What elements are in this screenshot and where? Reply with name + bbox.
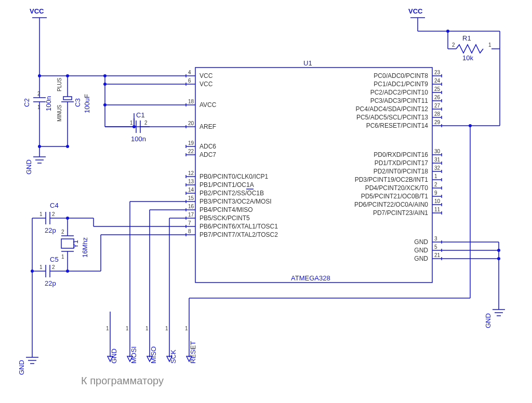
- svg-text:1: 1: [39, 211, 43, 217]
- svg-text:5: 5: [434, 244, 437, 250]
- svg-text:2: 2: [434, 182, 437, 187]
- svg-point-138: [103, 83, 107, 86]
- svg-text:PD5/PCINT21/OC0B/T1: PD5/PCINT21/OC0B/T1: [361, 193, 429, 200]
- svg-text:10: 10: [434, 198, 441, 204]
- svg-text:15: 15: [188, 195, 194, 201]
- svg-text:4: 4: [188, 70, 191, 75]
- capacitor-c3: PLUS MINUS C3 100uF: [57, 74, 91, 146]
- svg-text:29: 29: [434, 119, 441, 125]
- svg-text:17: 17: [188, 212, 194, 218]
- svg-point-245: [446, 30, 449, 33]
- svg-text:PB3/PCINT3/OC2A/MOSI: PB3/PCINT3/OC2A/MOSI: [200, 198, 272, 205]
- svg-text:PB4/PCINT4/MISO: PB4/PCINT4/MISO: [200, 206, 253, 213]
- svg-text:GND: GND: [414, 247, 428, 254]
- svg-text:1: 1: [185, 326, 188, 331]
- svg-text:11: 11: [434, 207, 441, 212]
- svg-rect-147: [63, 97, 72, 100]
- vcc-left: VCC: [30, 7, 47, 77]
- pins-right-group: 23PC0/ADC0/PCINT824PC1/ADC1/PCINT925PC2/…: [354, 70, 442, 262]
- svg-text:PC1/ADC1/PCINT9: PC1/ADC1/PCINT9: [374, 80, 428, 88]
- svg-text:2: 2: [61, 229, 64, 235]
- ref-c1: C1: [136, 111, 145, 119]
- svg-text:ADC6: ADC6: [200, 143, 216, 150]
- vcc-right-label: VCC: [408, 7, 423, 15]
- svg-text:PB2/PCINT2/SS/OC1B: PB2/PCINT2/SS/OC1B: [200, 190, 264, 197]
- svg-text:14: 14: [188, 187, 194, 193]
- svg-text:SCK: SCK: [169, 350, 177, 364]
- svg-text:PB5/SCK/PCINT5: PB5/SCK/PCINT5: [200, 214, 250, 222]
- svg-text:8: 8: [188, 229, 191, 234]
- svg-text:7: 7: [188, 220, 191, 226]
- svg-text:30: 30: [434, 149, 441, 154]
- ref-c4: C4: [50, 202, 59, 209]
- svg-point-156: [38, 145, 41, 148]
- svg-text:32: 32: [434, 165, 441, 171]
- svg-text:PC6/RESET/PCINT14: PC6/RESET/PCINT14: [366, 122, 429, 129]
- svg-text:6: 6: [188, 78, 191, 84]
- ref-r1: R1: [462, 34, 471, 42]
- gnd-right-label: GND: [484, 313, 492, 328]
- gnd-xtal: GND: [18, 357, 38, 375]
- svg-text:1: 1: [61, 254, 64, 260]
- svg-text:2: 2: [37, 91, 41, 97]
- svg-text:GND: GND: [414, 238, 428, 246]
- gnd-power-caps: GND: [25, 146, 46, 174]
- c3-minus: MINUS: [57, 104, 62, 122]
- svg-text:AVCC: AVCC: [200, 101, 217, 109]
- ref-u1: U1: [303, 59, 312, 67]
- crystal-network: 1 2 C4 22p 1 2 C5 22p 2 1 Y1 16Mhz: [31, 202, 186, 357]
- svg-text:9: 9: [434, 190, 437, 196]
- svg-text:PC4/ADC4/SDA/PCINT12: PC4/ADC4/SDA/PCINT12: [356, 105, 429, 113]
- programmer-header: 1GND1MOSI1MISO1SCK1RESET: [106, 326, 197, 364]
- ref-c5v: 22p: [45, 279, 56, 287]
- svg-point-137: [103, 74, 107, 77]
- svg-text:2: 2: [52, 211, 55, 217]
- svg-text:MISO: MISO: [150, 346, 157, 364]
- ref-u1part: ATMEGA328: [291, 274, 330, 282]
- svg-text:PD1/TXD/PCINT17: PD1/TXD/PCINT17: [375, 159, 429, 167]
- svg-text:18: 18: [188, 99, 194, 104]
- svg-text:22: 22: [188, 149, 194, 154]
- programmer-title: К программатору: [81, 375, 164, 386]
- svg-text:21: 21: [434, 252, 441, 258]
- gnd-pwr-label: GND: [25, 159, 33, 174]
- svg-text:25: 25: [434, 86, 441, 92]
- svg-text:PC2/ADC2/PCINT10: PC2/ADC2/PCINT10: [370, 89, 429, 96]
- svg-text:VCC: VCC: [200, 80, 213, 88]
- svg-text:3: 3: [434, 236, 437, 241]
- capacitor-c2: 2 1 C2 100n: [23, 76, 52, 146]
- svg-text:PB6/PCINT6/XTAL1/TOSC1: PB6/PCINT6/XTAL1/TOSC1: [200, 223, 278, 230]
- svg-text:RESET: RESET: [189, 341, 197, 364]
- capacitor-c1: 1 2 C1 100n: [103, 103, 186, 143]
- schematic-svg: U1 ATMEGA328 4VCC6VCC18AVCC20AREF19ADC62…: [0, 0, 532, 403]
- ref-c3: C3: [74, 98, 82, 107]
- svg-text:1: 1: [434, 173, 437, 179]
- svg-text:12: 12: [188, 170, 194, 176]
- ref-c2: C2: [23, 98, 31, 107]
- gnd-xtal-label: GND: [18, 360, 25, 375]
- pins-left-group: 4VCC6VCC18AVCC20AREF19ADC622ADC712PB0/PC…: [186, 70, 278, 238]
- svg-text:PD6/PCINT22/OC0A/AIN0: PD6/PCINT22/OC0A/AIN0: [354, 201, 428, 208]
- svg-text:27: 27: [434, 103, 441, 109]
- svg-text:19: 19: [188, 140, 194, 146]
- svg-text:2: 2: [52, 264, 55, 270]
- ref-c2v: 100n: [45, 96, 52, 111]
- ref-c5: C5: [50, 256, 59, 263]
- svg-text:13: 13: [188, 179, 194, 184]
- svg-text:28: 28: [434, 111, 441, 117]
- svg-point-172: [103, 103, 107, 106]
- resistor-r1: 2 1 R1 10k: [448, 34, 500, 62]
- svg-text:1: 1: [126, 326, 129, 331]
- svg-text:1: 1: [145, 326, 149, 331]
- ref-c1v: 100n: [131, 135, 146, 143]
- svg-text:1: 1: [165, 326, 168, 331]
- ref-r1v: 10k: [462, 54, 473, 62]
- svg-text:PD7/PCINT23/AIN1: PD7/PCINT23/AIN1: [373, 209, 428, 217]
- svg-text:23: 23: [434, 70, 441, 75]
- schematic-canvas: U1 ATMEGA328 4VCC6VCC18AVCC20AREF19ADC62…: [0, 0, 532, 403]
- svg-text:1: 1: [39, 264, 43, 270]
- ref-y1v: 16Mhz: [81, 237, 89, 258]
- c3-plus: PLUS: [57, 78, 62, 91]
- svg-text:1: 1: [37, 104, 41, 110]
- svg-text:PD0/RXD/PCINT16: PD0/RXD/PCINT16: [374, 151, 428, 158]
